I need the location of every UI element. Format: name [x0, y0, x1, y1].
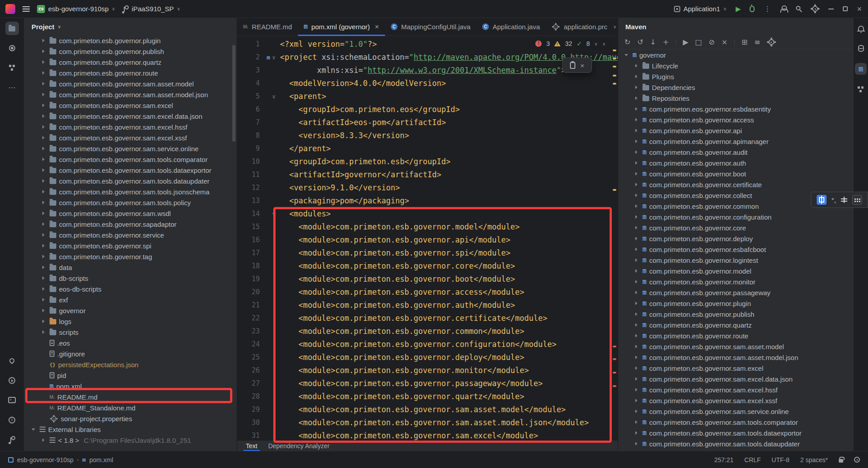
warning-stripe-mark[interactable] — [613, 189, 616, 191]
project-scrollbar[interactable] — [232, 45, 235, 142]
chevron-right-icon[interactable] — [40, 233, 47, 237]
database-tool-button[interactable] — [855, 42, 867, 54]
git-branch-tool-button[interactable] — [5, 433, 19, 446]
maven-tree-row[interactable]: Repositories — [618, 93, 853, 104]
maven-tree-row[interactable]: mcom.primeton.esb.governor.model — [618, 266, 853, 276]
chevron-right-icon[interactable] — [633, 129, 640, 132]
warning-stripe-mark[interactable] — [613, 75, 616, 76]
chevron-right-icon[interactable] — [40, 222, 47, 226]
error-stripe-mark[interactable] — [613, 358, 616, 360]
chevron-right-icon[interactable] — [633, 215, 640, 219]
caret-position[interactable]: 257:21 — [714, 456, 733, 464]
warning-stripe-mark[interactable] — [613, 58, 616, 59]
close-icon[interactable]: × — [857, 5, 862, 13]
chevron-right-icon[interactable] — [633, 280, 640, 284]
commit-tool-button[interactable] — [5, 41, 19, 55]
inspections-widget[interactable]: 3 32 ✓ 8 ∨ ∧ — [531, 39, 610, 49]
chevron-right-icon[interactable] — [633, 388, 640, 392]
code-editor[interactable]: 1<?xml version="1.0"?>2m∨<project xsi:sc… — [237, 36, 618, 440]
chevron-right-icon[interactable] — [633, 118, 640, 122]
project-tree-row[interactable]: com.primeton.esb.governor.spi — [24, 240, 237, 251]
ime-keyboard-icon[interactable] — [852, 195, 862, 205]
editor-tab[interactable]: CApplication.java — [476, 18, 546, 36]
chevron-right-icon[interactable] — [40, 438, 47, 442]
problems-tool-button[interactable] — [5, 413, 19, 427]
chevron-right-icon[interactable] — [633, 96, 640, 100]
chevron-right-icon[interactable] — [40, 114, 47, 118]
editor-tab[interactable]: CMappingConfigUtil.java — [385, 18, 476, 36]
chevron-right-icon[interactable] — [633, 172, 640, 176]
lock-icon[interactable] — [839, 459, 843, 463]
chevron-right-icon[interactable] — [633, 258, 640, 262]
project-tree-row[interactable]: com.primeton.esb.governor.sam.tools.poli… — [24, 197, 237, 208]
chevron-right-icon[interactable] — [40, 287, 47, 291]
chevron-right-icon[interactable] — [633, 442, 640, 446]
project-tree-row[interactable]: {}persistedExpectations.json — [24, 359, 237, 370]
project-tree-row[interactable]: < 1.8 > C:\Program Files\Java\jdk1.8.0_2… — [24, 435, 237, 446]
offline-icon[interactable]: ⊘ — [709, 39, 714, 46]
chevron-right-icon[interactable] — [633, 237, 640, 240]
maven-tree-row[interactable]: mcom.primeton.esb.governor.boot — [618, 168, 853, 179]
chevron-right-icon[interactable] — [633, 334, 640, 338]
chevron-right-icon[interactable] — [633, 86, 640, 89]
project-tree-row[interactable]: sonar-project.properties — [24, 413, 237, 424]
services-tool-button[interactable] — [5, 374, 19, 387]
maven-tree-row[interactable]: mcom.primeton.esb.governor.sam.tools.com… — [618, 417, 853, 428]
project-tree-row[interactable]: com.primeton.esb.governor.tag — [24, 251, 237, 262]
restore-icon[interactable] — [843, 6, 848, 11]
maven-tree-row[interactable]: mcom.primeton.esb.governor.sam.asset.mod… — [618, 341, 853, 352]
maven-tree-row[interactable]: mcom.primeton.esb.governor.sam.asset.mod… — [618, 352, 853, 363]
fold-chevron-icon[interactable]: ∨ — [272, 54, 276, 60]
chevron-right-icon[interactable] — [40, 136, 47, 140]
chevron-right-icon[interactable] — [633, 248, 640, 251]
editor-view-tab[interactable]: Text — [241, 441, 262, 451]
add-user-icon[interactable] — [780, 5, 787, 13]
fold-chevron-icon[interactable]: ∨ — [272, 211, 276, 217]
chevron-right-icon[interactable] — [633, 183, 640, 186]
chevron-right-icon[interactable] — [633, 204, 640, 208]
project-tree-row[interactable]: scripts — [24, 327, 237, 338]
debug-button[interactable] — [750, 6, 755, 12]
chevron-right-icon[interactable] — [40, 125, 47, 129]
project-widget[interactable]: E9 esb-governor-910sp ∨ — [37, 5, 115, 13]
main-menu-icon[interactable] — [23, 6, 30, 12]
line-separator[interactable]: CRLF — [744, 456, 761, 464]
structure-tool-button[interactable] — [5, 61, 19, 75]
chevron-right-icon[interactable] — [40, 298, 47, 302]
chevron-right-icon[interactable] — [633, 194, 640, 197]
chevron-right-icon[interactable] — [633, 269, 640, 273]
chevron-right-icon[interactable] — [40, 330, 47, 334]
sync-icon[interactable]: ↻ — [624, 39, 630, 46]
ime-language-icon[interactable] — [817, 195, 827, 205]
maven-tree-row[interactable]: mcom.primeton.esb.governor.certificate — [618, 179, 853, 190]
chevron-right-icon[interactable] — [633, 150, 640, 154]
project-tree-row[interactable]: com.primeton.esb.governor.sam.tools.json… — [24, 186, 237, 197]
project-tree-row[interactable]: com.primeton.esb.governor.sam.excel.data… — [24, 111, 237, 122]
maven-tree-row[interactable]: mcom.primeton.esb.governor.publish — [618, 309, 853, 320]
floating-action-popup[interactable]: × — [562, 58, 592, 73]
project-tree-row[interactable]: com.primeton.esb.governor.sam.tools.data… — [24, 176, 237, 186]
chevron-right-icon[interactable] — [40, 320, 47, 323]
chevron-right-icon[interactable] — [40, 147, 47, 150]
chevron-up-icon[interactable]: ∧ — [602, 41, 606, 46]
project-tree-row[interactable]: com.primeton.esb.governor.sam.asset.mode… — [24, 89, 237, 100]
error-stripe-mark[interactable] — [613, 385, 616, 387]
maven-tree-row[interactable]: mcom.primeton.esb.governor.access — [618, 114, 853, 125]
editor-tab[interactable]: mpom.xml (governor)× — [298, 18, 385, 36]
chevron-right-icon[interactable] — [633, 323, 640, 327]
project-tree-row[interactable]: com.primeton.esb.governor.route — [24, 68, 237, 78]
maven-tree-row[interactable]: mcom.primeton.esb.governor.sam.service.o… — [618, 406, 853, 417]
project-tree-row[interactable]: com.primeton.esb.governor.sam.wsdl — [24, 208, 237, 219]
run-button[interactable]: ▶ — [736, 5, 741, 12]
error-stripe-mark[interactable] — [613, 372, 616, 374]
git-branch-widget[interactable]: iPaaS910_SP ∨ — [122, 5, 181, 13]
maven-tree-row[interactable]: mcom.primeton.eos.governor.esbdasentity — [618, 104, 853, 114]
analyzer-icon[interactable]: ⊞ — [741, 39, 747, 46]
file-encoding[interactable]: UTF-8 — [772, 456, 790, 464]
warning-stripe-mark[interactable] — [613, 50, 616, 51]
chevron-right-icon[interactable] — [40, 168, 47, 172]
chevron-right-icon[interactable] — [633, 345, 640, 348]
settings-icon[interactable] — [767, 38, 776, 46]
maven-tree-row[interactable]: mcom.primeton.esb.governor.route — [618, 330, 853, 341]
maven-tree-row[interactable]: mcom.primeton.esb.governor.monitor — [618, 276, 853, 287]
